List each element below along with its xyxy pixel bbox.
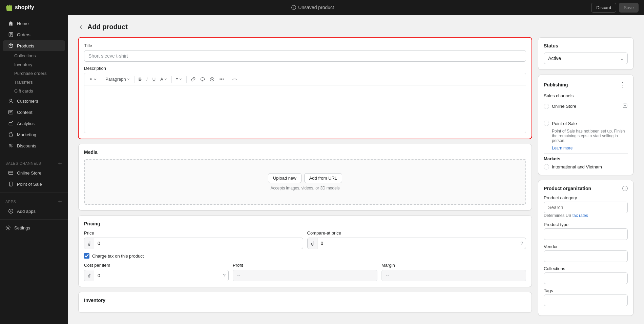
ai-toolbar-btn[interactable]: ✦	[87, 75, 99, 83]
sidebar-label-content: Content	[17, 110, 33, 115]
products-icon	[8, 43, 14, 48]
discounts-icon	[8, 143, 14, 148]
online-store-share-icon[interactable]	[622, 103, 628, 109]
toolbar-sep-3	[171, 76, 172, 83]
vendor-input[interactable]	[544, 250, 628, 262]
text-color-btn[interactable]: A	[158, 75, 169, 83]
sidebar-item-analytics[interactable]: Analytics	[3, 118, 65, 129]
discard-button[interactable]: Discard	[591, 3, 616, 13]
product-org-info-icon[interactable]: i	[622, 186, 628, 191]
code-btn[interactable]: <>	[230, 76, 239, 83]
compare-price-help-icon[interactable]: ?	[518, 241, 526, 246]
emoji-btn[interactable]	[198, 76, 207, 83]
align-btn[interactable]: ≡	[174, 75, 185, 83]
sidebar-item-pos[interactable]: Point of Sale	[3, 179, 65, 189]
sidebar-item-home[interactable]: Home	[3, 18, 65, 29]
sidebar-item-inventory[interactable]: Inventory	[14, 60, 68, 69]
sidebar-item-collections[interactable]: Collections	[14, 52, 68, 60]
online-store-radio[interactable]	[544, 104, 549, 109]
charge-tax-checkbox[interactable]	[84, 253, 89, 259]
svg-point-11	[7, 227, 9, 229]
margin-field: Margin --	[381, 263, 526, 281]
share-icon	[622, 103, 628, 108]
page-title: Add product	[87, 23, 128, 31]
content-layout: Title Description ✦ Paragraph	[79, 38, 633, 316]
pricing-grid: Price ₫ Compare-at price ₫ ?	[84, 230, 526, 249]
product-org-title: Product organization	[544, 186, 591, 191]
markets-label: Markets	[544, 156, 628, 161]
save-button[interactable]: Save	[619, 3, 639, 13]
underline-btn[interactable]: U	[150, 75, 158, 83]
collections-input[interactable]	[544, 272, 628, 284]
link-btn[interactable]	[189, 76, 198, 83]
sales-channels-header: Sales channels	[0, 157, 68, 167]
sidebar-item-gift-cards[interactable]: Gift cards	[14, 87, 68, 95]
publishing-card: Publishing ⋮ Sales channels Online Store	[538, 75, 633, 175]
tags-input[interactable]	[544, 295, 628, 306]
charge-tax-row: Charge tax on this product	[84, 253, 526, 259]
italic-btn[interactable]: I	[144, 75, 150, 83]
sidebar-item-customers[interactable]: Customers	[3, 96, 65, 106]
product-category-input[interactable]	[544, 202, 628, 213]
pos-radio[interactable]	[544, 121, 549, 126]
title-input[interactable]	[84, 50, 526, 62]
paragraph-toolbar-btn[interactable]: Paragraph	[103, 75, 132, 83]
product-category-label: Product category	[544, 195, 628, 200]
sidebar-item-add-apps[interactable]: Add apps	[3, 206, 65, 217]
sidebar-item-purchase-orders[interactable]: Purchase orders	[14, 69, 68, 78]
compare-price-input-wrapper: ₫ ?	[307, 238, 526, 249]
chevron-down-icon	[94, 78, 97, 81]
add-from-url-button[interactable]: Add from URL	[304, 173, 342, 183]
cost-currency: ₫	[84, 270, 94, 281]
media-card: Media Upload new Add from URL Accepts im…	[79, 144, 532, 210]
intl-market-radio[interactable]	[544, 164, 549, 169]
compare-price-input[interactable]	[317, 238, 518, 249]
sidebar-item-products[interactable]: Products	[3, 40, 65, 51]
tax-rates-link[interactable]: tax rates	[573, 213, 588, 218]
channel-divider	[544, 115, 628, 115]
sidebar-item-orders[interactable]: Orders	[3, 29, 65, 40]
editor-body[interactable]	[84, 85, 526, 133]
editor-toolbar: ✦ Paragraph B I U	[84, 73, 526, 85]
intl-market-label: International and Vietnam	[552, 164, 602, 169]
back-arrow-icon[interactable]	[79, 24, 84, 30]
publishing-header: Publishing ⋮	[544, 80, 628, 89]
learn-more-link[interactable]: Learn more	[552, 146, 573, 150]
status-card: Status Active Draft	[538, 38, 633, 69]
more-toolbar-btn[interactable]: •••	[217, 75, 226, 83]
sidebar-item-discounts[interactable]: Discounts	[3, 140, 65, 151]
charge-tax-label[interactable]: Charge tax on this product	[92, 254, 144, 259]
media-dropzone: Upload new Add from URL Accepts images, …	[84, 159, 526, 205]
cost-help-icon[interactable]: ?	[220, 273, 228, 278]
tags-label: Tags	[544, 288, 628, 293]
publishing-title: Publishing	[544, 82, 568, 87]
pos-channel: Point of Sale	[544, 118, 628, 129]
status-select[interactable]: Active Draft	[544, 53, 628, 64]
vendor-label: Vendor	[544, 244, 628, 249]
publishing-more-btn[interactable]: ⋮	[618, 80, 628, 89]
svg-point-5	[9, 144, 11, 145]
bold-btn[interactable]: B	[137, 75, 144, 83]
info-circle-icon: i	[291, 5, 296, 10]
sidebar-label-discounts: Discounts	[17, 143, 36, 148]
sidebar-label-add-apps: Add apps	[17, 209, 36, 214]
product-type-input[interactable]	[544, 228, 628, 240]
cost-input[interactable]	[94, 270, 220, 281]
price-input[interactable]	[94, 238, 303, 249]
svg-point-6	[11, 146, 12, 147]
price-input-wrapper: ₫	[84, 238, 303, 249]
sidebar-item-online-store[interactable]: Online Store	[3, 167, 65, 178]
upload-new-button[interactable]: Upload new	[268, 173, 302, 183]
topbar-actions: Discard Save	[591, 3, 639, 13]
sidebar-item-marketing[interactable]: Marketing	[3, 129, 65, 140]
customers-icon	[8, 98, 14, 104]
sidebar-label-online-store: Online Store	[17, 170, 41, 176]
shopify-icon	[5, 4, 12, 11]
media-embed-btn[interactable]	[208, 76, 216, 83]
sidebar-item-settings[interactable]: Settings	[0, 222, 68, 233]
sidebar-item-content[interactable]: Content	[3, 107, 65, 118]
emoji-icon	[200, 77, 205, 82]
sidebar-item-transfers[interactable]: Transfers	[14, 78, 68, 86]
profit-label: Profit	[233, 263, 377, 268]
sidebar-divider-2	[0, 192, 68, 193]
